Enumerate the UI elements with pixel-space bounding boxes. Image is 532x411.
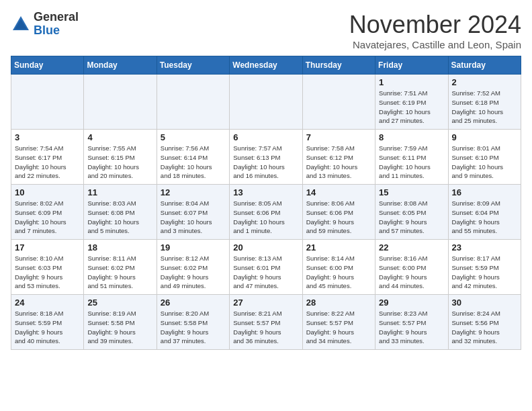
- day-info: Sunrise: 7:58 AM Sunset: 6:12 PM Dayligh…: [306, 144, 371, 181]
- day-number: 18: [87, 242, 152, 253]
- week-row-1: 1Sunrise: 7:51 AM Sunset: 6:19 PM Daylig…: [11, 75, 521, 130]
- day-info: Sunrise: 8:17 AM Sunset: 5:59 PM Dayligh…: [452, 254, 517, 291]
- day-number: 30: [452, 298, 517, 308]
- day-number: 6: [233, 132, 298, 142]
- day-info: Sunrise: 7:59 AM Sunset: 6:11 PM Dayligh…: [379, 144, 444, 181]
- day-info: Sunrise: 8:18 AM Sunset: 5:59 PM Dayligh…: [15, 309, 80, 346]
- day-info: Sunrise: 8:19 AM Sunset: 5:58 PM Dayligh…: [87, 309, 152, 346]
- day-cell: [11, 75, 84, 130]
- day-cell: 1Sunrise: 7:51 AM Sunset: 6:19 PM Daylig…: [375, 75, 448, 130]
- logo-text: General Blue: [34, 11, 79, 38]
- weekday-header-tuesday: Tuesday: [157, 56, 229, 75]
- day-info: Sunrise: 8:21 AM Sunset: 5:57 PM Dayligh…: [233, 309, 298, 346]
- day-cell: 15Sunrise: 8:08 AM Sunset: 6:05 PM Dayli…: [375, 185, 448, 240]
- day-number: 21: [306, 242, 371, 253]
- day-info: Sunrise: 7:52 AM Sunset: 6:18 PM Dayligh…: [452, 89, 517, 126]
- weekday-header-wednesday: Wednesday: [230, 56, 302, 75]
- day-info: Sunrise: 8:03 AM Sunset: 6:08 PM Dayligh…: [87, 199, 152, 236]
- day-info: Sunrise: 8:06 AM Sunset: 6:06 PM Dayligh…: [306, 199, 371, 236]
- day-number: 7: [306, 132, 371, 142]
- day-info: Sunrise: 8:11 AM Sunset: 6:02 PM Dayligh…: [87, 254, 152, 291]
- day-cell: 17Sunrise: 8:10 AM Sunset: 6:03 PM Dayli…: [11, 240, 84, 295]
- day-cell: 2Sunrise: 7:52 AM Sunset: 6:18 PM Daylig…: [448, 75, 521, 130]
- day-number: 20: [233, 242, 298, 253]
- day-info: Sunrise: 8:24 AM Sunset: 5:56 PM Dayligh…: [452, 309, 517, 346]
- day-number: 29: [379, 298, 444, 308]
- day-cell: 6Sunrise: 7:57 AM Sunset: 6:13 PM Daylig…: [230, 130, 302, 185]
- day-cell: 10Sunrise: 8:02 AM Sunset: 6:09 PM Dayli…: [11, 185, 84, 240]
- month-title: November 2024: [349, 11, 521, 39]
- day-number: 24: [15, 298, 80, 308]
- weekday-header-thursday: Thursday: [302, 56, 375, 75]
- weekday-header-monday: Monday: [84, 56, 157, 75]
- day-number: 27: [233, 298, 298, 308]
- day-cell: 23Sunrise: 8:17 AM Sunset: 5:59 PM Dayli…: [448, 240, 521, 295]
- day-info: Sunrise: 7:54 AM Sunset: 6:17 PM Dayligh…: [15, 144, 80, 181]
- day-cell: 26Sunrise: 8:20 AM Sunset: 5:58 PM Dayli…: [157, 295, 229, 350]
- logo: General Blue: [11, 11, 79, 38]
- weekday-header-friday: Friday: [375, 56, 448, 75]
- day-number: 26: [161, 298, 226, 308]
- weekday-header-row: SundayMondayTuesdayWednesdayThursdayFrid…: [11, 56, 521, 75]
- day-info: Sunrise: 8:13 AM Sunset: 6:01 PM Dayligh…: [233, 254, 298, 291]
- day-cell: 7Sunrise: 7:58 AM Sunset: 6:12 PM Daylig…: [302, 130, 375, 185]
- day-number: 3: [15, 132, 80, 142]
- day-cell: [157, 75, 229, 130]
- day-cell: 27Sunrise: 8:21 AM Sunset: 5:57 PM Dayli…: [230, 295, 302, 350]
- location-subtitle: Navatejares, Castille and Leon, Spain: [349, 39, 521, 50]
- day-info: Sunrise: 8:10 AM Sunset: 6:03 PM Dayligh…: [15, 254, 80, 291]
- weekday-header-saturday: Saturday: [448, 56, 521, 75]
- day-cell: 8Sunrise: 7:59 AM Sunset: 6:11 PM Daylig…: [375, 130, 448, 185]
- day-number: 12: [161, 187, 226, 197]
- day-info: Sunrise: 8:04 AM Sunset: 6:07 PM Dayligh…: [161, 199, 226, 236]
- day-info: Sunrise: 7:57 AM Sunset: 6:13 PM Dayligh…: [233, 144, 298, 181]
- day-number: 5: [161, 132, 226, 142]
- logo-icon: [11, 14, 31, 34]
- day-cell: 18Sunrise: 8:11 AM Sunset: 6:02 PM Dayli…: [84, 240, 157, 295]
- day-cell: 22Sunrise: 8:16 AM Sunset: 6:00 PM Dayli…: [375, 240, 448, 295]
- day-info: Sunrise: 8:22 AM Sunset: 5:57 PM Dayligh…: [306, 309, 371, 346]
- day-info: Sunrise: 8:08 AM Sunset: 6:05 PM Dayligh…: [379, 199, 444, 236]
- day-cell: 9Sunrise: 8:01 AM Sunset: 6:10 PM Daylig…: [448, 130, 521, 185]
- day-info: Sunrise: 7:56 AM Sunset: 6:14 PM Dayligh…: [161, 144, 226, 181]
- day-cell: [230, 75, 302, 130]
- week-row-5: 24Sunrise: 8:18 AM Sunset: 5:59 PM Dayli…: [11, 295, 521, 350]
- day-number: 15: [379, 187, 444, 197]
- day-number: 23: [452, 242, 517, 253]
- day-number: 19: [161, 242, 226, 253]
- day-info: Sunrise: 8:12 AM Sunset: 6:02 PM Dayligh…: [161, 254, 226, 291]
- day-info: Sunrise: 8:23 AM Sunset: 5:57 PM Dayligh…: [379, 309, 444, 346]
- day-number: 10: [15, 187, 80, 197]
- day-number: 14: [306, 187, 371, 197]
- day-number: 25: [87, 298, 152, 308]
- day-cell: 14Sunrise: 8:06 AM Sunset: 6:06 PM Dayli…: [302, 185, 375, 240]
- day-info: Sunrise: 8:09 AM Sunset: 6:04 PM Dayligh…: [452, 199, 517, 236]
- calendar-table: SundayMondayTuesdayWednesdayThursdayFrid…: [11, 56, 521, 350]
- day-info: Sunrise: 7:51 AM Sunset: 6:19 PM Dayligh…: [379, 89, 444, 126]
- day-cell: [302, 75, 375, 130]
- day-cell: 3Sunrise: 7:54 AM Sunset: 6:17 PM Daylig…: [11, 130, 84, 185]
- day-number: 28: [306, 298, 371, 308]
- day-cell: 25Sunrise: 8:19 AM Sunset: 5:58 PM Dayli…: [84, 295, 157, 350]
- day-number: 2: [452, 77, 517, 87]
- day-number: 8: [379, 132, 444, 142]
- day-number: 11: [87, 187, 152, 197]
- day-number: 22: [379, 242, 444, 253]
- day-number: 17: [15, 242, 80, 253]
- day-info: Sunrise: 8:02 AM Sunset: 6:09 PM Dayligh…: [15, 199, 80, 236]
- weekday-header-sunday: Sunday: [11, 56, 84, 75]
- week-row-2: 3Sunrise: 7:54 AM Sunset: 6:17 PM Daylig…: [11, 130, 521, 185]
- day-cell: 12Sunrise: 8:04 AM Sunset: 6:07 PM Dayli…: [157, 185, 229, 240]
- day-number: 16: [452, 187, 517, 197]
- day-info: Sunrise: 8:01 AM Sunset: 6:10 PM Dayligh…: [452, 144, 517, 181]
- day-number: 13: [233, 187, 298, 197]
- day-info: Sunrise: 8:05 AM Sunset: 6:06 PM Dayligh…: [233, 199, 298, 236]
- day-cell: 11Sunrise: 8:03 AM Sunset: 6:08 PM Dayli…: [84, 185, 157, 240]
- page-header: General Blue November 2024 Navatejares, …: [11, 11, 521, 50]
- day-number: 4: [87, 132, 152, 142]
- day-cell: 4Sunrise: 7:55 AM Sunset: 6:15 PM Daylig…: [84, 130, 157, 185]
- day-cell: 30Sunrise: 8:24 AM Sunset: 5:56 PM Dayli…: [448, 295, 521, 350]
- week-row-4: 17Sunrise: 8:10 AM Sunset: 6:03 PM Dayli…: [11, 240, 521, 295]
- week-row-3: 10Sunrise: 8:02 AM Sunset: 6:09 PM Dayli…: [11, 185, 521, 240]
- day-cell: 19Sunrise: 8:12 AM Sunset: 6:02 PM Dayli…: [157, 240, 229, 295]
